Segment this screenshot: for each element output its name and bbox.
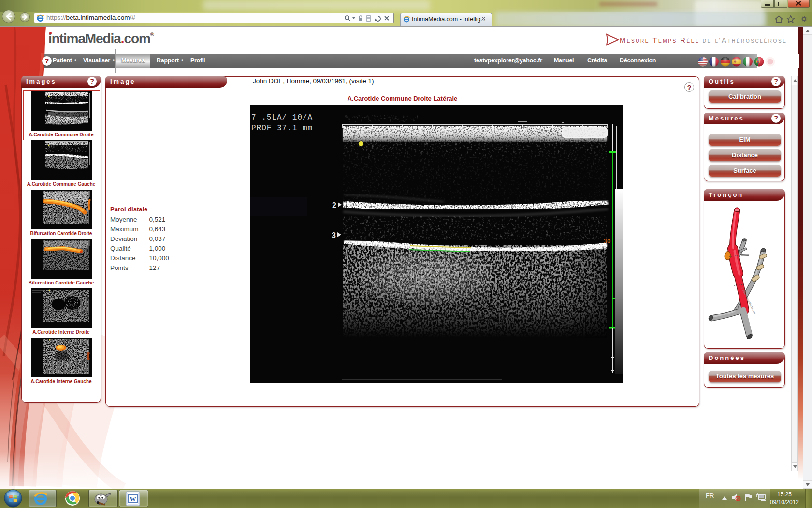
svg-text:2: 2 [332, 201, 336, 209]
svg-text:W: W [130, 495, 136, 503]
svg-text:PROF 37.1 mm: PROF 37.1 mm [251, 124, 313, 133]
svg-text:30: 30 [603, 238, 611, 245]
svg-text:7 .5LA/ 10/A: 7 .5LA/ 10/A [251, 113, 313, 122]
svg-text:3: 3 [332, 231, 336, 239]
